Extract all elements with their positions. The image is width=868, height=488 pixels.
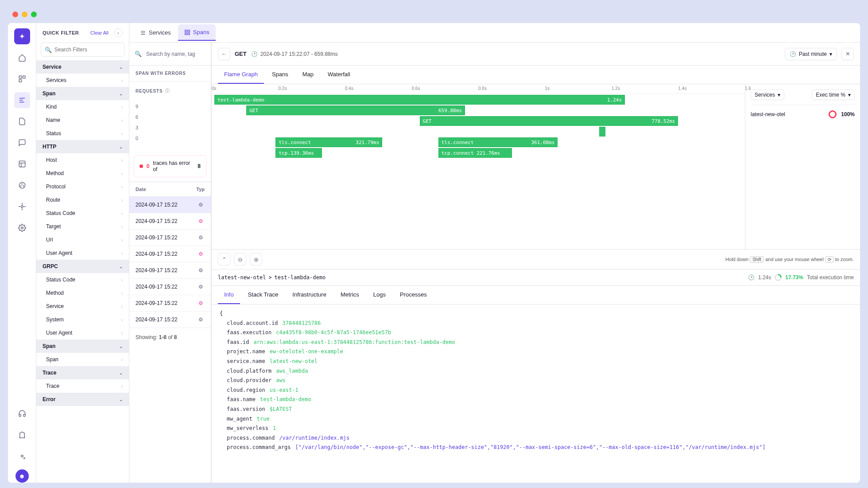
rail-item-settings[interactable] (14, 448, 30, 464)
info-tab[interactable]: Processes (394, 286, 433, 304)
filter-group-header[interactable]: Trace⌄ (36, 366, 129, 379)
filter-group-header[interactable]: Span⌄ (36, 87, 129, 100)
window-min-icon[interactable] (22, 12, 27, 17)
rail-item-org[interactable] (14, 427, 30, 443)
table-row[interactable]: 2024-09-17 15:22⚙ (129, 230, 211, 246)
table-row[interactable]: 2024-09-17 15:22⚙ (129, 246, 211, 262)
view-tab[interactable]: Spans (266, 66, 294, 84)
filter-item[interactable]: Protocol› (36, 180, 129, 193)
filter-item[interactable]: Name› (36, 113, 129, 127)
breadcrumb-part[interactable]: test-lambda-demo (275, 274, 326, 281)
rail-item-settings-top[interactable] (14, 220, 30, 236)
rail-item-infra[interactable] (14, 71, 30, 87)
info-tab[interactable]: Logs (367, 286, 392, 304)
flame-span[interactable]: tcp.connect 221.76ms (438, 148, 512, 158)
flame-span[interactable]: test-lambda-demo1.24s (214, 95, 625, 105)
window-close-icon[interactable] (12, 12, 18, 17)
info-icon[interactable]: ⓘ (165, 88, 170, 94)
quick-filter-title: QUICK FILTER (43, 30, 79, 35)
tab-services[interactable]: Services (134, 25, 177, 40)
user-avatar[interactable]: ☻ (16, 469, 29, 483)
rail-item-synthetics[interactable] (14, 199, 30, 215)
filter-search[interactable]: 🔍 (41, 43, 124, 57)
filter-search-input[interactable] (54, 47, 121, 53)
filter-group-header[interactable]: HTTP⌄ (36, 140, 129, 153)
filter-item[interactable]: Route› (36, 193, 129, 207)
info-attr: service.namelatest-new-otel (227, 357, 852, 367)
filter-group-header[interactable]: Service⌄ (36, 60, 129, 74)
filter-item[interactable]: Kind› (36, 100, 129, 113)
rail-item-logs[interactable] (14, 113, 30, 129)
span-timestamp: 2024-09-17 15:22:07 - 659.88ms (260, 51, 338, 57)
info-tab[interactable]: Metrics (334, 286, 365, 304)
zoom-in-button[interactable]: ⊕ (250, 253, 262, 265)
filter-item[interactable]: Service› (36, 300, 129, 313)
table-row[interactable]: 2024-09-17 15:22⚙ (129, 312, 211, 328)
breadcrumb-part[interactable]: latest-new-otel (218, 274, 266, 281)
info-tab[interactable]: Infrastructure (286, 286, 333, 304)
filter-item[interactable]: Method› (36, 286, 129, 300)
exec-time-dropdown[interactable]: Exec time %▾ (812, 90, 855, 100)
app-logo[interactable]: ✦ (14, 28, 30, 44)
filter-item[interactable]: Status Code› (36, 273, 129, 286)
table-row[interactable]: 2024-09-17 15:22⚙ (129, 262, 211, 279)
close-button[interactable]: ✕ (841, 48, 854, 60)
window-max-icon[interactable] (31, 12, 37, 17)
view-tab[interactable]: Waterfall (322, 66, 356, 84)
rail-item-rum[interactable] (14, 177, 30, 193)
view-tab[interactable]: Flame Graph (218, 66, 264, 84)
expand-button[interactable]: ⌃ (218, 253, 230, 265)
svg-rect-22 (188, 33, 190, 35)
flame-span[interactable]: tls.connect361.08ms (438, 137, 558, 147)
filter-group-header[interactable]: Span⌄ (36, 340, 129, 353)
filter-item[interactable]: Method› (36, 167, 129, 180)
filter-group-header[interactable]: Error⌄ (36, 393, 129, 406)
table-row[interactable]: 2024-09-17 15:22⚙ (129, 213, 211, 230)
flame-span[interactable]: GET778.52ms (420, 116, 678, 126)
rail-item-dashboards[interactable] (14, 156, 30, 172)
tab-spans[interactable]: Spans (178, 24, 216, 41)
filter-item[interactable]: Trace› (36, 379, 129, 393)
breadcrumb-sep: > (268, 274, 271, 281)
rail-item-home[interactable] (14, 50, 30, 66)
filter-item[interactable]: Url› (36, 233, 129, 246)
gear-icon: ⚙ (198, 300, 205, 306)
filter-item[interactable]: Span› (36, 353, 129, 366)
flame-span[interactable]: tcp.139.36ms (275, 148, 322, 158)
table-row[interactable]: 2024-09-17 15:22⚙ (129, 295, 211, 312)
view-tab[interactable]: Map (296, 66, 320, 84)
table-row[interactable]: 2024-09-17 15:22⚙ (129, 279, 211, 295)
time-range-selector[interactable]: 🕑Past minute▾ (785, 48, 837, 60)
rail-item-traces[interactable] (14, 92, 30, 108)
filter-item[interactable]: User Agent› (36, 246, 129, 260)
info-tab[interactable]: Stack Trace (242, 286, 285, 304)
rail-item-help[interactable] (14, 406, 30, 422)
span-search[interactable]: 🔍 Search by name, tag (129, 43, 211, 66)
flame-span[interactable] (599, 127, 605, 137)
flame-span[interactable]: tls.connect321.79ms (275, 137, 382, 147)
gear-icon: ⚙ (198, 284, 205, 290)
svg-point-10 (22, 183, 23, 184)
ring-icon (829, 110, 837, 118)
filter-item[interactable]: Services› (36, 74, 129, 87)
clear-all-link[interactable]: Clear All (90, 30, 108, 35)
filter-item[interactable]: System› (36, 313, 129, 326)
filter-item[interactable]: Status Code› (36, 207, 129, 220)
services-dropdown[interactable]: Services▾ (751, 90, 784, 100)
zoom-out-button[interactable]: ⊖ (234, 253, 246, 265)
info-tab[interactable]: Info (218, 286, 240, 304)
back-button[interactable]: ← (218, 48, 230, 60)
service-row[interactable]: latest-new-otel 100% (751, 105, 855, 124)
chevron-down-icon: ▾ (829, 51, 832, 57)
filter-item[interactable]: User Agent› (36, 326, 129, 340)
filter-item[interactable]: Status› (36, 127, 129, 140)
filter-group-header[interactable]: GRPC⌄ (36, 260, 129, 273)
filter-item[interactable]: Target› (36, 220, 129, 233)
info-tabs: InfoStack TraceInfrastructureMetricsLogs… (212, 286, 860, 305)
collapse-filters-icon[interactable]: ‹ (114, 28, 123, 37)
flame-canvas[interactable]: test-lambda-demo1.24sGET659.88msGET778.5… (212, 94, 745, 249)
rail-item-alerts[interactable] (14, 135, 30, 151)
table-row[interactable]: 2024-09-17 15:22⚙ (129, 197, 211, 213)
flame-span[interactable]: GET659.88ms (246, 105, 465, 115)
filter-item[interactable]: Host› (36, 153, 129, 167)
